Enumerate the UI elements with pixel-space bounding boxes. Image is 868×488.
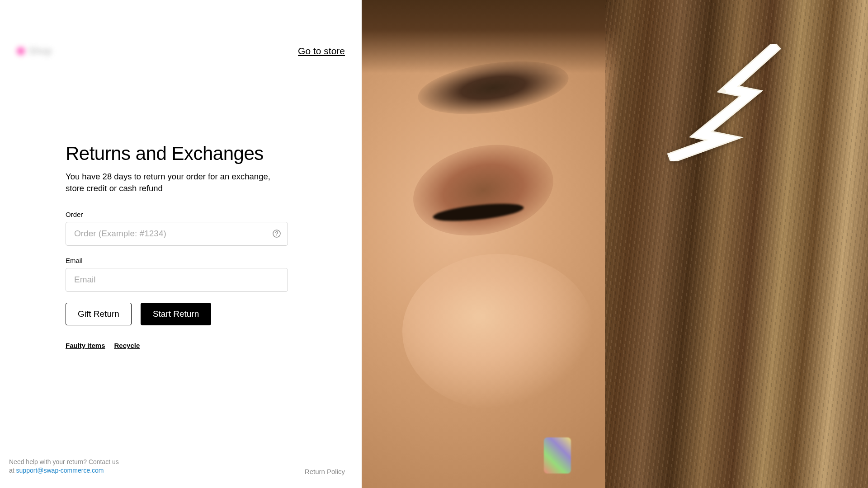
email-input-wrapper (66, 268, 288, 292)
logo-text: Shop (28, 45, 52, 57)
footer-help-line1: Need help with your return? Contact us (9, 458, 119, 465)
hero-image (362, 0, 868, 488)
email-input[interactable] (66, 268, 288, 292)
model-photo (362, 0, 868, 488)
main-content: Returns and Exchanges You have 28 days t… (17, 66, 297, 349)
link-row: Faulty items Recycle (66, 342, 297, 349)
start-return-button[interactable]: Start Return (141, 303, 211, 325)
footer-help-text: Need help with your return? Contact us a… (9, 458, 119, 475)
footer: Need help with your return? Contact us a… (9, 458, 345, 475)
logo-dot-icon (17, 47, 25, 55)
header: Shop Go to store (17, 0, 345, 66)
order-label: Order (66, 211, 297, 218)
gift-return-button[interactable]: Gift Return (66, 303, 132, 325)
recycle-link[interactable]: Recycle (114, 342, 140, 349)
page-subtitle: You have 28 days to return your order fo… (66, 171, 287, 194)
return-policy-link[interactable]: Return Policy (305, 468, 345, 475)
help-icon[interactable] (273, 230, 281, 238)
support-email-link[interactable]: support@swap-commerce.com (16, 467, 104, 474)
svg-point-1 (276, 235, 277, 236)
button-row: Gift Return Start Return (66, 303, 297, 325)
footer-help-line2: at (9, 467, 16, 474)
logo: Shop (17, 45, 52, 57)
go-to-store-link[interactable]: Go to store (298, 46, 345, 56)
order-input-wrapper (66, 222, 288, 246)
order-input[interactable] (66, 222, 288, 246)
left-panel: Shop Go to store Returns and Exchanges Y… (0, 0, 362, 488)
faulty-items-link[interactable]: Faulty items (66, 342, 105, 349)
lightning-bolt-hairclip-icon (660, 44, 787, 161)
email-label: Email (66, 257, 297, 264)
page-title: Returns and Exchanges (66, 143, 297, 164)
